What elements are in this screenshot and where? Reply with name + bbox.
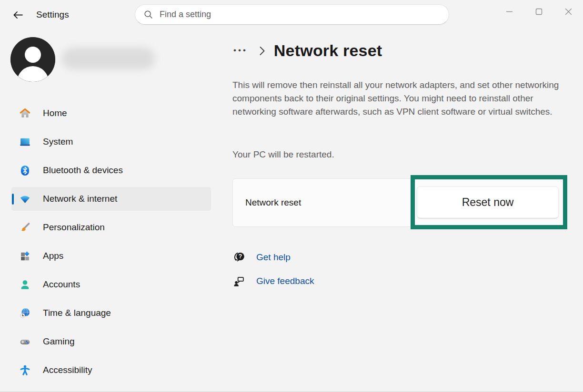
home-icon xyxy=(19,108,31,119)
sidebar-item-label: Home xyxy=(43,108,67,118)
breadcrumb: ••• Network reset xyxy=(232,39,382,62)
sidebar-item-label: Personalization xyxy=(43,222,105,233)
avatar[interactable] xyxy=(10,37,55,82)
breadcrumb-ellipsis[interactable]: ••• xyxy=(232,44,249,57)
sidebar-item-accessibility[interactable]: Accessibility xyxy=(11,358,211,382)
accessibility-icon xyxy=(19,364,31,376)
search-icon xyxy=(143,10,153,20)
sidebar-item-label: Accounts xyxy=(43,279,80,290)
sidebar-item-label: Time & language xyxy=(43,308,111,318)
give-feedback-label: Give feedback xyxy=(256,276,314,286)
sidebar-item-label: Apps xyxy=(43,251,63,261)
globe-clock-icon xyxy=(19,307,31,319)
window-controls xyxy=(494,0,583,23)
sidebar-item-gaming[interactable]: Gaming xyxy=(11,330,211,353)
search-input[interactable]: Find a setting xyxy=(135,4,449,25)
wifi-icon xyxy=(19,193,31,205)
minimize-button[interactable] xyxy=(494,0,524,23)
sidebar-item-label: System xyxy=(43,137,73,147)
reset-now-button[interactable]: Reset now xyxy=(417,186,559,218)
person-icon xyxy=(19,279,31,291)
bluetooth-icon xyxy=(19,165,31,176)
sidebar-item-home[interactable]: Home xyxy=(11,101,211,125)
give-feedback-link[interactable]: Give feedback xyxy=(232,274,314,288)
page-title: Network reset xyxy=(274,41,382,60)
sidebar-item-system[interactable]: System xyxy=(11,130,211,154)
get-help-icon: ? xyxy=(232,251,246,264)
gamepad-icon xyxy=(19,336,31,348)
sidebar-item-network-internet[interactable]: Network & internet xyxy=(11,187,211,211)
sidebar-item-label: Network & internet xyxy=(43,194,117,204)
apps-icon xyxy=(19,250,31,262)
close-icon xyxy=(565,8,572,15)
search-placeholder: Find a setting xyxy=(160,10,211,20)
user-silhouette-icon xyxy=(10,37,55,82)
page-description: This will remove then reinstall all your… xyxy=(232,78,566,118)
svg-text:?: ? xyxy=(239,253,242,260)
user-name-redacted xyxy=(62,48,155,69)
sidebar-nav: Home System Bluetooth & devices Network … xyxy=(0,101,221,387)
get-help-link[interactable]: ? Get help xyxy=(232,251,291,264)
get-help-label: Get help xyxy=(256,252,291,263)
sidebar-item-label: Accessibility xyxy=(43,365,92,375)
minimize-icon xyxy=(506,8,513,15)
back-button[interactable] xyxy=(10,8,25,22)
restart-note: Your PC will be restarted. xyxy=(232,149,334,160)
paintbrush-icon xyxy=(19,222,31,234)
network-reset-card-label: Network reset xyxy=(245,197,301,208)
app-title: Settings xyxy=(36,10,69,20)
sidebar-item-time-language[interactable]: Time & language xyxy=(11,301,211,325)
sidebar-item-label: Gaming xyxy=(43,336,75,347)
close-button[interactable] xyxy=(553,0,583,23)
sidebar-item-personalization[interactable]: Personalization xyxy=(11,216,211,239)
chevron-right-icon xyxy=(259,46,265,56)
sidebar-item-label: Bluetooth & devices xyxy=(43,165,123,176)
give-feedback-icon xyxy=(232,274,246,288)
sidebar-item-bluetooth-devices[interactable]: Bluetooth & devices xyxy=(11,158,211,182)
maximize-button[interactable] xyxy=(524,0,553,23)
sidebar-item-accounts[interactable]: Accounts xyxy=(11,273,211,296)
selection-accent-bar xyxy=(12,194,14,205)
back-arrow-icon xyxy=(12,9,24,21)
sidebar-item-apps[interactable]: Apps xyxy=(11,244,211,268)
system-icon xyxy=(19,136,31,148)
maximize-icon xyxy=(535,8,543,15)
